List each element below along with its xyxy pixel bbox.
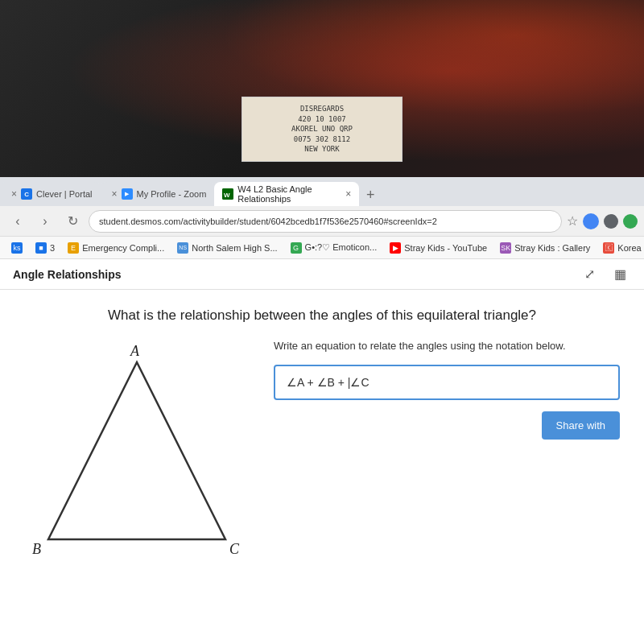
bookmark-emoticon-label: G•:?♡ Emoticon...	[305, 242, 378, 253]
bookmarks-bar: ks ■ 3 E Emergency Compli... NS North Sa…	[0, 237, 644, 259]
grid-icon[interactable]: ▦	[609, 263, 631, 286]
address-bar-row: ‹ › ↻ student.desmos.com/activitybuilder…	[0, 206, 644, 237]
bookmark-gallery-label: Stray Kids : Gallery	[514, 243, 590, 253]
vertex-a-label: A	[130, 343, 140, 359]
bookmark-northsalem-label: North Salem High S...	[192, 243, 277, 253]
tab-desmos-label: W4 L2 Basic Angle Relationships	[237, 184, 338, 204]
equation-input[interactable]: ∠A + ∠B + |∠C	[274, 365, 620, 400]
bookmark-ks[interactable]: ks	[6, 241, 27, 255]
back-button[interactable]: ‹	[6, 210, 29, 233]
bookmark-korea-label: Korea	[617, 243, 641, 253]
tab-clever-label: Clever | Portal	[36, 189, 93, 199]
chrome-icon	[583, 213, 599, 229]
question-text: What is the relationship between the ang…	[24, 306, 620, 325]
tab-clever[interactable]: × C Clever | Portal	[0, 182, 101, 206]
tab-close-zoom[interactable]: ×	[112, 188, 118, 200]
photo-background: DISREGARDS 420 10 1007 AKOREL UNO QRP 00…	[0, 0, 644, 177]
zoom-icon: ▶	[122, 188, 133, 200]
tab-close-desmos[interactable]: ×	[345, 188, 351, 200]
bookmark-3-label: 3	[50, 243, 55, 253]
bookmark-straykids-yt[interactable]: ▶ Stray Kids - YouTube	[385, 241, 492, 255]
tab-close-clever[interactable]: ×	[11, 188, 17, 200]
vertex-c-label: C	[229, 541, 240, 557]
korea-bookmark-icon: 🇰	[603, 242, 614, 254]
emoticon-bookmark-icon: G	[291, 242, 302, 254]
vertex-b-label: B	[32, 541, 41, 557]
instruction-text: Write an equation to relate the angles u…	[274, 338, 620, 354]
account-icon[interactable]	[623, 214, 638, 229]
bookmark-straykids-gallery[interactable]: SK Stray Kids : Gallery	[495, 241, 595, 255]
num3-bookmark-icon: ■	[35, 242, 47, 254]
triangle-area: A B C	[24, 338, 250, 567]
question-area: What is the relationship between the ang…	[0, 290, 644, 583]
share-with-button[interactable]: Share with	[542, 411, 620, 440]
header-icons: ⤢ ▦	[578, 263, 631, 286]
triangle-svg: A B C	[24, 338, 250, 564]
tab-zoom-label: My Profile - Zoom	[137, 189, 207, 199]
bookmark-northsalem[interactable]: NS North Salem High S...	[172, 241, 282, 255]
bookmark-3[interactable]: ■ 3	[31, 241, 60, 255]
bookmark-emergency[interactable]: E Emergency Compli...	[63, 241, 169, 255]
tab-zoom[interactable]: × ▶ My Profile - Zoom	[101, 182, 215, 206]
page-content: Angle Relationships ⤢ ▦ What is the rela…	[0, 259, 644, 644]
tab-bar: × C Clever | Portal × ▶ My Profile - Zoo…	[0, 177, 644, 206]
desmos-icon: W	[222, 188, 233, 200]
right-panel: Write an equation to relate the angles u…	[274, 338, 620, 440]
receipt-image: DISREGARDS 420 10 1007 AKOREL UNO QRP 00…	[242, 97, 402, 162]
bookmark-emergency-label: Emergency Compli...	[82, 243, 164, 253]
bookmark-star-icon[interactable]: ☆	[567, 213, 578, 229]
gallery-bookmark-icon: SK	[500, 242, 511, 254]
new-tab-button[interactable]: +	[359, 184, 382, 206]
equation-value: ∠A + ∠B + |∠C	[287, 376, 369, 389]
browser-window: × C Clever | Portal × ▶ My Profile - Zoo…	[0, 177, 644, 644]
svg-marker-2	[48, 362, 225, 539]
extension-icon[interactable]	[604, 214, 618, 229]
url-text: student.desmos.com/activitybuilder/stude…	[99, 217, 551, 226]
content-row: A B C Write an equation to relate the an…	[24, 338, 620, 567]
emergency-bookmark-icon: E	[68, 242, 79, 254]
bookmark-straykids-label: Stray Kids - YouTube	[404, 243, 487, 253]
address-bar[interactable]: student.desmos.com/activitybuilder/stude…	[89, 210, 562, 233]
bookmark-korea[interactable]: 🇰 Korea	[598, 241, 644, 255]
activity-header: Angle Relationships ⤢ ▦	[0, 259, 644, 290]
svg-text:W: W	[224, 192, 230, 199]
clever-icon: C	[21, 188, 32, 200]
tab-desmos[interactable]: W W4 L2 Basic Angle Relationships ×	[214, 182, 359, 206]
forward-button[interactable]: ›	[34, 210, 56, 233]
activity-title: Angle Relationships	[13, 268, 122, 281]
northsalem-bookmark-icon: NS	[177, 242, 188, 254]
youtube-bookmark-icon: ▶	[390, 242, 401, 254]
ks-bookmark-icon: ks	[11, 242, 23, 254]
bookmark-emoticon[interactable]: G G•:?♡ Emoticon...	[286, 241, 382, 255]
refresh-button[interactable]: ↻	[61, 210, 84, 233]
expand-icon[interactable]: ⤢	[578, 263, 601, 286]
